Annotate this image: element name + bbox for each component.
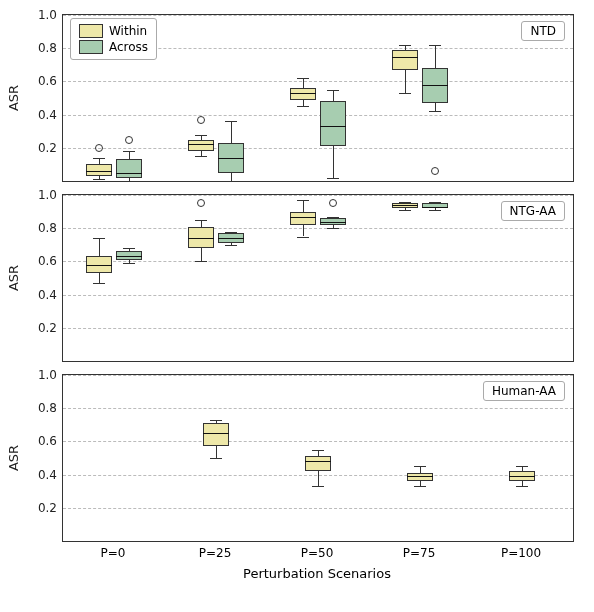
- y-axis-label: ASR: [6, 445, 21, 471]
- ytick-label: 0.6: [23, 254, 57, 268]
- outlier-point: [431, 167, 439, 175]
- legend-label-within: Within: [109, 23, 147, 39]
- ytick-label: 1.0: [23, 188, 57, 202]
- x-axis-label: Perturbation Scenarios: [243, 566, 391, 581]
- boxplot-figure: Within Across 0.20.40.60.81.0ASRNTD 0.20…: [0, 0, 594, 612]
- ytick-label: 0.8: [23, 221, 57, 235]
- panel-human: 0.20.40.60.81.0ASRHuman-AA: [62, 374, 574, 542]
- legend-swatch-within: [79, 24, 103, 38]
- outlier-point: [197, 116, 205, 124]
- legend: Within Across: [70, 18, 157, 60]
- ytick-label: 1.0: [23, 8, 57, 22]
- ytick-label: 0.4: [23, 108, 57, 122]
- outlier-point: [125, 136, 133, 144]
- ytick-label: 0.6: [23, 74, 57, 88]
- x-axis: P=0P=25P=50P=75P=100Perturbation Scenari…: [62, 540, 572, 580]
- y-axis-label: ASR: [6, 85, 21, 111]
- box-across: [320, 101, 346, 146]
- ytick-label: 0.2: [23, 321, 57, 335]
- ytick-label: 0.4: [23, 468, 57, 482]
- box-within: [305, 456, 331, 471]
- xtick-label: P=0: [101, 546, 126, 560]
- ytick-label: 1.0: [23, 368, 57, 382]
- ytick-label: 0.4: [23, 288, 57, 302]
- ytick-label: 0.8: [23, 41, 57, 55]
- y-axis-label: ASR: [6, 265, 21, 291]
- panel-label: Human-AA: [483, 381, 565, 401]
- legend-swatch-across: [79, 40, 103, 54]
- outlier-point: [197, 199, 205, 207]
- xtick-label: P=50: [301, 546, 334, 560]
- outlier-point: [95, 144, 103, 152]
- legend-item-within: Within: [79, 23, 148, 39]
- box-within: [392, 50, 418, 70]
- ytick-label: 0.2: [23, 501, 57, 515]
- xtick-label: P=100: [501, 546, 541, 560]
- panel-label: NTG-AA: [501, 201, 565, 221]
- box-across: [116, 159, 142, 177]
- legend-label-across: Across: [109, 39, 148, 55]
- panel-ntg: 0.20.40.60.81.0ASRNTG-AA: [62, 194, 574, 362]
- xtick-label: P=75: [403, 546, 436, 560]
- legend-item-across: Across: [79, 39, 148, 55]
- panel-label: NTD: [521, 21, 565, 41]
- ytick-label: 0.6: [23, 434, 57, 448]
- box-within: [203, 423, 229, 446]
- ytick-label: 0.8: [23, 401, 57, 415]
- outlier-point: [329, 199, 337, 207]
- ytick-label: 0.2: [23, 141, 57, 155]
- box-within: [290, 212, 316, 225]
- xtick-label: P=25: [199, 546, 232, 560]
